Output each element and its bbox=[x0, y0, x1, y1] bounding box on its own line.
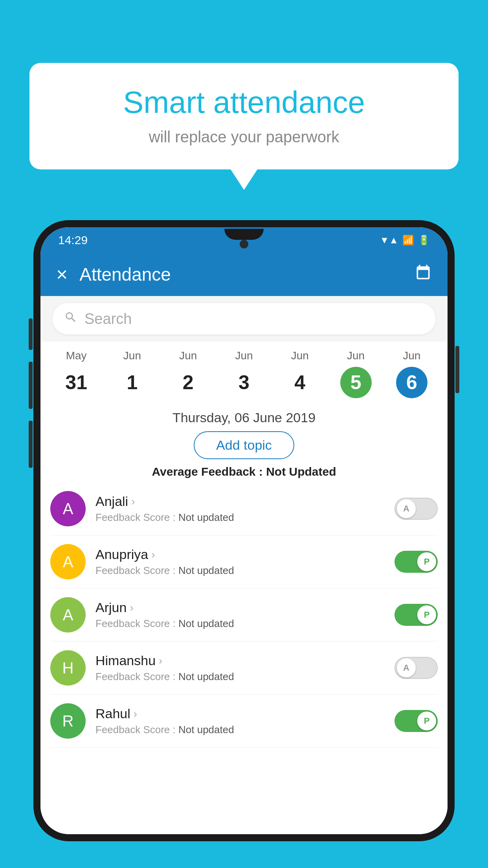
toggle-himanshu[interactable]: A bbox=[394, 657, 438, 679]
search-placeholder: Search bbox=[84, 311, 132, 327]
status-time: 14:29 bbox=[58, 234, 88, 247]
cal-date-3: 3 bbox=[228, 367, 260, 398]
student-info-himanshu: Himanshu › Feedback Score : Not updated bbox=[95, 653, 394, 683]
cal-date-2: 2 bbox=[172, 367, 204, 398]
cal-month-0: May bbox=[66, 349, 87, 362]
power-button bbox=[455, 346, 459, 393]
cal-date-0: 31 bbox=[61, 367, 92, 398]
wifi-icon: ▼▲ bbox=[380, 235, 398, 246]
cal-date-5: 5 bbox=[340, 367, 372, 398]
chevron-icon-anupriya: › bbox=[151, 548, 155, 561]
toggle-arjun[interactable]: P bbox=[394, 604, 438, 626]
student-list: A Anjali › Feedback Score : Not updated bbox=[40, 482, 448, 748]
cal-date-4: 4 bbox=[284, 367, 316, 398]
student-item-anupriya[interactable]: A Anupriya › Feedback Score : Not update… bbox=[50, 535, 438, 588]
student-name-anjali: Anjali › bbox=[95, 494, 394, 509]
phone-screen: 14:29 ▼▲ 📶 🔋 × Attendance bbox=[40, 227, 448, 834]
avatar-rahul: R bbox=[50, 703, 86, 739]
student-feedback-anjali: Feedback Score : Not updated bbox=[95, 511, 394, 524]
calendar-strip: May 31 Jun 1 Jun 2 Jun 3 Jun 4 bbox=[40, 342, 448, 402]
chevron-icon-himanshu: › bbox=[159, 655, 162, 667]
phone-notch bbox=[224, 229, 264, 240]
chevron-icon-anjali: › bbox=[131, 495, 135, 508]
search-icon bbox=[64, 311, 77, 327]
toggle-knob-himanshu: A bbox=[397, 658, 416, 677]
calendar-icon[interactable] bbox=[415, 264, 432, 285]
avatar-arjun: A bbox=[50, 597, 86, 633]
toggle-knob-arjun: P bbox=[417, 605, 436, 624]
cal-date-1: 1 bbox=[116, 367, 148, 398]
cal-day-1[interactable]: Jun 1 bbox=[104, 349, 160, 398]
phone-body: 14:29 ▼▲ 📶 🔋 × Attendance bbox=[33, 220, 455, 841]
student-item-anjali[interactable]: A Anjali › Feedback Score : Not updated bbox=[50, 482, 438, 535]
toggle-rahul[interactable]: P bbox=[394, 710, 438, 732]
cal-day-0[interactable]: May 31 bbox=[48, 349, 104, 398]
speech-bubble: Smart attendance will replace your paper… bbox=[29, 63, 459, 169]
cal-day-5[interactable]: Jun 5 bbox=[328, 349, 383, 398]
signal-icon: 📶 bbox=[402, 235, 414, 246]
mute-button bbox=[29, 318, 33, 350]
cal-month-4: Jun bbox=[291, 349, 309, 362]
bubble-title: Smart attendance bbox=[53, 85, 435, 120]
battery-icon: 🔋 bbox=[418, 235, 430, 246]
volume-down-button bbox=[29, 421, 33, 468]
search-container: Search bbox=[40, 296, 448, 342]
avg-feedback-value: Not Updated bbox=[266, 465, 336, 478]
avatar-himanshu: H bbox=[50, 650, 86, 686]
phone-camera bbox=[240, 240, 248, 248]
avatar-anupriya: A bbox=[50, 544, 86, 579]
cal-day-2[interactable]: Jun 2 bbox=[160, 349, 216, 398]
selected-date: Thursday, 06 June 2019 bbox=[40, 402, 448, 431]
student-name-rahul: Rahul › bbox=[95, 706, 394, 721]
student-feedback-rahul: Feedback Score : Not updated bbox=[95, 724, 394, 736]
cal-day-6[interactable]: Jun 6 bbox=[384, 349, 440, 398]
chevron-icon-rahul: › bbox=[134, 708, 137, 720]
cal-month-5: Jun bbox=[347, 349, 365, 362]
toggle-knob-anupriya: P bbox=[417, 552, 436, 571]
student-feedback-himanshu: Feedback Score : Not updated bbox=[95, 671, 394, 683]
status-icons: ▼▲ 📶 🔋 bbox=[380, 235, 430, 246]
student-info-arjun: Arjun › Feedback Score : Not updated bbox=[95, 600, 394, 630]
cal-date-6: 6 bbox=[396, 367, 427, 398]
bubble-subtitle: will replace your paperwork bbox=[53, 128, 435, 146]
cal-month-6: Jun bbox=[403, 349, 420, 362]
student-info-rahul: Rahul › Feedback Score : Not updated bbox=[95, 706, 394, 736]
close-button[interactable]: × bbox=[56, 263, 68, 286]
cal-month-3: Jun bbox=[235, 349, 253, 362]
student-item-himanshu[interactable]: H Himanshu › Feedback Score : Not update… bbox=[50, 642, 438, 695]
avg-feedback: Average Feedback : Not Updated bbox=[40, 465, 448, 478]
search-bar[interactable]: Search bbox=[52, 303, 436, 335]
cal-day-4[interactable]: Jun 4 bbox=[272, 349, 328, 398]
add-topic-button[interactable]: Add topic bbox=[194, 431, 294, 459]
cal-day-3[interactable]: Jun 3 bbox=[216, 349, 272, 398]
cal-month-1: Jun bbox=[123, 349, 141, 362]
student-info-anjali: Anjali › Feedback Score : Not updated bbox=[95, 494, 394, 524]
student-item-arjun[interactable]: A Arjun › Feedback Score : Not updated bbox=[50, 588, 438, 642]
content-area: Thursday, 06 June 2019 Add topic Average… bbox=[40, 402, 448, 834]
app-title: Attendance bbox=[79, 264, 415, 285]
toggle-knob-anjali: A bbox=[397, 499, 416, 518]
toggle-anjali[interactable]: A bbox=[394, 498, 438, 520]
cal-month-2: Jun bbox=[179, 349, 197, 362]
volume-up-button bbox=[29, 362, 33, 409]
chevron-icon-arjun: › bbox=[130, 601, 133, 614]
avatar-anjali: A bbox=[50, 491, 86, 526]
student-name-arjun: Arjun › bbox=[95, 600, 394, 615]
student-item-rahul[interactable]: R Rahul › Feedback Score : Not updated bbox=[50, 695, 438, 748]
student-feedback-arjun: Feedback Score : Not updated bbox=[95, 618, 394, 630]
student-info-anupriya: Anupriya › Feedback Score : Not updated bbox=[95, 547, 394, 577]
student-feedback-anupriya: Feedback Score : Not updated bbox=[95, 565, 394, 577]
avg-feedback-label: Average Feedback : bbox=[152, 465, 262, 478]
student-name-himanshu: Himanshu › bbox=[95, 653, 394, 668]
app-bar: × Attendance bbox=[40, 253, 448, 296]
student-name-anupriya: Anupriya › bbox=[95, 547, 394, 562]
toggle-anupriya[interactable]: P bbox=[394, 551, 438, 573]
phone-container: 14:29 ▼▲ 📶 🔋 × Attendance bbox=[33, 220, 455, 868]
toggle-knob-rahul: P bbox=[417, 712, 436, 730]
